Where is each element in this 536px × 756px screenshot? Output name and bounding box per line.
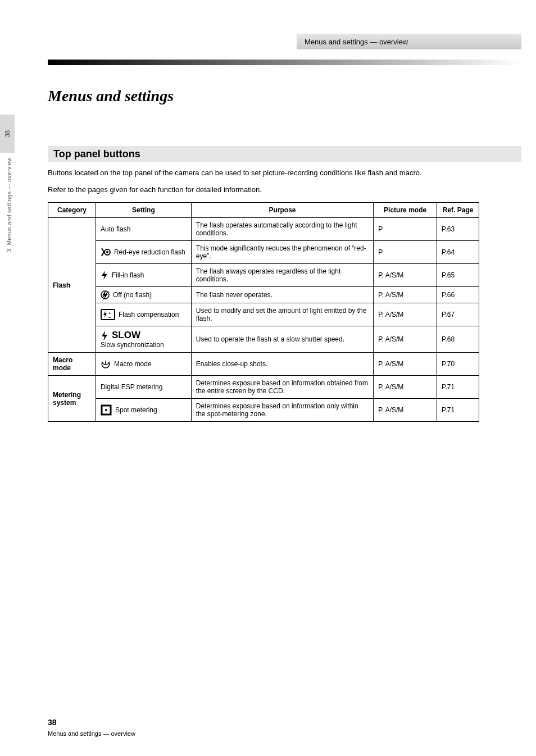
- table-row: Off (no flash) The flash never operates.…: [48, 287, 479, 303]
- purpose-cell: The flash never operates.: [191, 287, 373, 303]
- table-row: Metering system Digital ESP metering Det…: [48, 376, 479, 399]
- page-cell: P.67: [437, 303, 479, 326]
- flash-icon: [101, 271, 108, 280]
- category-metering: Metering system: [48, 376, 96, 422]
- mode-cell: P: [374, 218, 437, 241]
- table-row: Red-eye reduction flash This mode signif…: [48, 241, 479, 264]
- page-cell: P.71: [437, 376, 479, 399]
- purpose-cell: Used to operate the flash at a slow shut…: [191, 326, 373, 353]
- setting-cell: Spot metering: [96, 399, 191, 422]
- page-title: Menus and settings: [48, 87, 174, 105]
- setting-cell: Off (no flash): [96, 287, 191, 303]
- spot-meter-icon: [101, 404, 112, 416]
- setting-cell: Macro mode: [96, 353, 191, 376]
- setting-label: Macro mode: [114, 360, 152, 368]
- th-setting: Setting: [96, 203, 191, 218]
- th-purpose: Purpose: [191, 203, 373, 218]
- footer-subtitle: Menus and settings — overview: [48, 730, 135, 737]
- table-row: Macro mode Macro mode Enables close-up s…: [48, 353, 479, 376]
- section-title: Top panel buttons: [48, 146, 521, 162]
- macro-icon: [101, 359, 111, 368]
- mode-cell: P: [374, 241, 437, 264]
- mode-cell: P, A/S/M: [374, 376, 437, 399]
- purpose-cell: Used to modify and set the amount of lig…: [191, 303, 373, 326]
- page-cell: P.65: [437, 264, 479, 287]
- setting-cell: Fill-in flash: [96, 264, 191, 287]
- setting-label: Spot metering: [115, 406, 157, 414]
- mode-cell: P, A/S/M: [374, 399, 437, 422]
- table-row: Fill-in flash The flash always operates …: [48, 264, 479, 287]
- mode-cell: P, A/S/M: [374, 287, 437, 303]
- table-row: +−Flash compensation Used to modify and …: [48, 303, 479, 326]
- purpose-cell: The flash operates automatically accordi…: [191, 218, 373, 241]
- section-help: Refer to the pages given for each functi…: [48, 185, 262, 194]
- svg-rect-4: [101, 309, 115, 320]
- table-row: Flash Auto flash The flash operates auto…: [48, 218, 479, 241]
- table-row: SLOW Slow synchronization Used to operat…: [48, 326, 479, 353]
- setting-label: Slow synchronization: [101, 341, 164, 349]
- setting-label: Flash compensation: [119, 311, 179, 318]
- th-mode: Picture mode: [374, 203, 437, 218]
- setting-label: Off (no flash): [113, 291, 152, 299]
- setting-cell: SLOW Slow synchronization: [96, 326, 191, 353]
- flash-off-icon: [101, 290, 110, 299]
- page-number-tab: 38: [0, 115, 15, 153]
- footer-page-number: 38: [48, 718, 57, 727]
- setting-label: Red-eye reduction flash: [114, 248, 185, 256]
- page-cell: P.71: [437, 399, 479, 422]
- page-cell: P.64: [437, 241, 479, 264]
- mode-cell: P, A/S/M: [374, 353, 437, 376]
- mode-cell: P, A/S/M: [374, 303, 437, 326]
- section-note: Buttons located on the top panel of the …: [48, 168, 422, 177]
- purpose-cell: Determines exposure based on information…: [191, 399, 373, 422]
- setting-cell: +−Flash compensation: [96, 303, 191, 326]
- page-cell: P.66: [437, 287, 479, 303]
- side-running-head: 3. Menus and settings — overview: [6, 157, 12, 252]
- header-rule: [48, 60, 521, 65]
- setting-cell: Digital ESP metering: [96, 376, 191, 399]
- flash-icon: [101, 330, 108, 341]
- purpose-cell: The flash always operates regardless of …: [191, 264, 373, 287]
- category-flash: Flash: [48, 218, 96, 353]
- svg-point-8: [105, 409, 107, 411]
- slow-label: SLOW: [112, 330, 140, 341]
- th-category: Category: [48, 203, 96, 218]
- purpose-cell: Enables close-up shots.: [191, 353, 373, 376]
- mode-cell: P, A/S/M: [374, 326, 437, 353]
- svg-text:−: −: [108, 315, 111, 320]
- category-macro: Macro mode: [48, 353, 96, 376]
- purpose-cell: This mode significantly reduces the phen…: [191, 241, 373, 264]
- page-cell: P.63: [437, 218, 479, 241]
- purpose-cell: Determines exposure based on information…: [191, 376, 373, 399]
- th-page: Ref. Page: [437, 203, 479, 218]
- header-tab-title: Menus and settings — overview: [297, 34, 521, 49]
- mode-cell: P, A/S/M: [374, 264, 437, 287]
- page-cell: P.70: [437, 353, 479, 376]
- redeye-icon: [101, 248, 111, 257]
- table-row: Spot metering Determines exposure based …: [48, 399, 479, 422]
- svg-point-1: [106, 251, 108, 253]
- setting-label: Fill-in flash: [112, 271, 144, 279]
- page-cell: P.68: [437, 326, 479, 353]
- setting-cell: Auto flash: [96, 218, 191, 241]
- settings-table: Category Setting Purpose Picture mode Re…: [48, 202, 479, 422]
- setting-cell: Red-eye reduction flash: [96, 241, 191, 264]
- flash-comp-icon: +−: [101, 309, 115, 320]
